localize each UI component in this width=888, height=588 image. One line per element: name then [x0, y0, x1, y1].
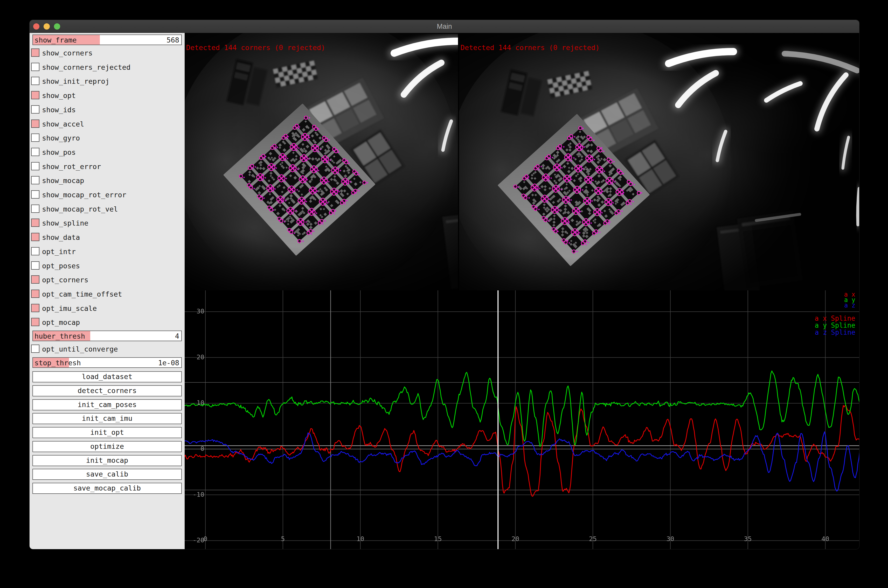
checkbox-show_ids[interactable] — [31, 105, 39, 114]
checkbox-opt_cam_time_offset[interactable] — [31, 290, 39, 298]
slider-huber_thresh[interactable]: huber_thresh4 — [32, 330, 182, 341]
slider-value: 568 — [167, 36, 179, 44]
checkbox-label: show_spline — [42, 219, 89, 227]
svg-text:Detected 144 corners (0 reject: Detected 144 corners (0 rejected) — [461, 44, 600, 52]
button-load_dataset[interactable]: load_dataset — [32, 371, 182, 382]
checkbox-label: show_accel — [42, 120, 84, 128]
svg-text:Detected 144 corners (0 reject: Detected 144 corners (0 rejected) — [186, 44, 325, 52]
camera-image: Detected 144 corners (0 rejected) — [459, 33, 859, 290]
button-detect_corners[interactable]: detect_corners — [32, 385, 182, 396]
window-title: Main — [30, 22, 859, 31]
slider-label: huber_thresh — [35, 332, 85, 340]
button-save_calib[interactable]: save_calib — [32, 469, 182, 480]
checkbox-label: show_mocap_rot_error — [42, 191, 126, 199]
camera-view-1[interactable]: Detected 144 corners (0 rejected) — [459, 33, 859, 290]
button-init_cam_poses[interactable]: init_cam_poses — [32, 399, 182, 410]
checkbox-label: show_gyro — [42, 134, 80, 142]
slider-stop_thresh[interactable]: stop_thresh1e-08 — [32, 357, 182, 368]
checkbox-label: show_corners_rejected — [42, 63, 131, 71]
checkbox-show_accel[interactable] — [31, 120, 39, 128]
checkbox-opt_mocap[interactable] — [31, 318, 39, 326]
button-init_mocap[interactable]: init_mocap — [32, 455, 182, 466]
checkbox-opt_until_converge[interactable] — [31, 345, 39, 353]
plot-canvas: 3020100-10-200510152025303540a xa ya za … — [185, 290, 859, 549]
checkbox-show_mocap_rot_error[interactable] — [31, 190, 39, 199]
x-tick-label: 10 — [357, 535, 364, 543]
x-tick-label: 25 — [589, 535, 597, 543]
y-tick-label: 20 — [197, 353, 204, 361]
legend-item-spline[interactable]: a y Spline — [814, 321, 855, 329]
main-content: Detected 144 corners (0 rejected) Detect… — [185, 33, 859, 549]
title-bar[interactable]: Main — [30, 20, 859, 33]
checkbox-opt_corners[interactable] — [31, 275, 39, 284]
checkbox-label: show_rot_error — [42, 162, 101, 171]
imu-plot[interactable]: 3020100-10-200510152025303540a xa ya za … — [185, 290, 859, 549]
app-window: Main show_frame568show_cornersshow_corne… — [30, 20, 859, 549]
control-panel: show_frame568show_cornersshow_corners_re… — [30, 33, 185, 549]
y-tick-label: -20 — [193, 536, 204, 544]
slider-show_frame[interactable]: show_frame568 — [32, 34, 182, 45]
x-tick-label: 35 — [744, 535, 752, 543]
button-optimize[interactable]: optimize — [32, 441, 182, 452]
y-tick-label: 30 — [197, 308, 204, 315]
checkbox-label: show_mocap — [42, 177, 84, 184]
button-save_mocap_calib[interactable]: save_mocap_calib — [32, 483, 182, 494]
checkbox-label: show_mocap_rot_vel — [42, 205, 118, 213]
camera-image: Detected 144 corners (0 rejected) — [185, 33, 458, 290]
x-tick-label: 5 — [281, 535, 285, 543]
checkbox-show_opt[interactable] — [31, 91, 39, 99]
x-tick-label: 15 — [434, 535, 442, 543]
checkbox-opt_poses[interactable] — [31, 261, 39, 270]
slider-label: show_frame — [35, 36, 77, 44]
desktop: {"window":{"title":"Main","traffic_light… — [0, 0, 888, 588]
checkbox-label: show_data — [42, 233, 80, 242]
checkbox-show_gyro[interactable] — [31, 134, 39, 142]
checkbox-label: opt_imu_scale — [42, 304, 97, 312]
checkbox-label: opt_corners — [42, 276, 89, 284]
checkbox-opt_intr[interactable] — [31, 247, 39, 255]
checkbox-label: show_ids — [42, 106, 76, 114]
slider-label: stop_thresh — [35, 359, 81, 367]
checkbox-show_init_reproj[interactable] — [31, 77, 39, 85]
x-tick-label: 0 — [203, 535, 207, 543]
checkbox-show_corners[interactable] — [31, 48, 39, 57]
slider-value: 1e-08 — [158, 359, 179, 367]
checkbox-show_spline[interactable] — [31, 219, 39, 227]
checkbox-label: opt_intr — [42, 248, 76, 256]
checkbox-label: opt_mocap — [42, 318, 80, 326]
checkbox-label: show_opt — [42, 92, 76, 99]
x-tick-label: 20 — [511, 535, 519, 543]
slider-value: 4 — [175, 332, 179, 340]
checkbox-show_corners_rejected[interactable] — [31, 63, 39, 71]
legend-item[interactable]: a z — [844, 302, 855, 309]
legend-item-spline[interactable]: a x Spline — [814, 315, 855, 322]
button-init_opt[interactable]: init_opt — [32, 427, 182, 438]
legend-item-spline[interactable]: a z Spline — [814, 328, 855, 336]
checkbox-label: show_corners — [42, 49, 93, 57]
checkbox-show_mocap_rot_vel[interactable] — [31, 204, 39, 213]
series-a-z — [185, 432, 859, 491]
y-tick-label: 0 — [200, 445, 204, 452]
y-tick-label: 10 — [197, 399, 204, 406]
checkbox-show_mocap[interactable] — [31, 176, 39, 184]
checkbox-label: opt_until_converge — [42, 345, 118, 353]
checkbox-show_rot_error[interactable] — [31, 162, 39, 170]
checkbox-label: show_init_reproj — [42, 77, 110, 85]
checkbox-label: opt_cam_time_offset — [42, 290, 122, 298]
x-tick-label: 40 — [821, 535, 829, 543]
camera-view-0[interactable]: Detected 144 corners (0 rejected) — [185, 33, 458, 290]
button-init_cam_imu[interactable]: init_cam_imu — [32, 413, 182, 424]
checkbox-label: opt_poses — [42, 262, 80, 270]
y-tick-label: -10 — [193, 491, 204, 498]
checkbox-label: show_pos — [42, 148, 76, 156]
x-tick-label: 30 — [667, 535, 674, 543]
checkbox-show_pos[interactable] — [31, 148, 39, 156]
checkbox-opt_imu_scale[interactable] — [31, 304, 39, 312]
checkbox-show_data[interactable] — [31, 233, 39, 241]
